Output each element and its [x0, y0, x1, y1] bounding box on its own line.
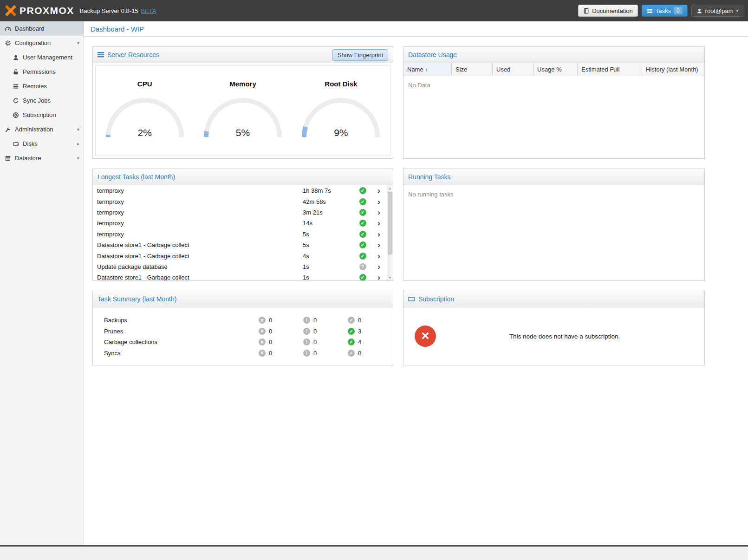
sidebar-item-user-management[interactable]: User Management: [0, 50, 84, 65]
task-row[interactable]: Datastore store1 - Garbage collect 5s ›: [93, 240, 393, 250]
brand: PROXMOX: [5, 5, 74, 16]
chevron-down-icon[interactable]: ▾: [77, 40, 79, 46]
warning-count: 0: [313, 339, 317, 345]
product-version: Backup Server 0.8-15: [80, 7, 138, 14]
running-tasks-header: Running Tasks: [403, 169, 704, 185]
ok-count: 0: [358, 350, 361, 357]
scroll-down-icon[interactable]: ▼: [387, 274, 393, 280]
column-header-history[interactable]: History (last Month): [642, 63, 704, 76]
support-icon: [13, 112, 19, 118]
server-resources-header: Server Resources Show Fingerprint: [93, 47, 393, 63]
main-content: Dashboard - WIP Server Resources Show Fi…: [84, 21, 748, 545]
error-count: 0: [269, 317, 272, 324]
task-row[interactable]: termproxy 42m 58s ›: [93, 196, 393, 207]
ok-count: 4: [358, 339, 361, 345]
warning-count: 0: [313, 328, 317, 335]
longest-tasks-header: Longest Tasks (last Month): [93, 169, 393, 185]
column-header-estimated-full[interactable]: Estimated Full: [578, 63, 642, 76]
beta-link[interactable]: BETA: [141, 7, 156, 14]
column-header-usage-pct[interactable]: Usage %: [533, 63, 578, 76]
table-icon: [98, 52, 104, 58]
scrollbar-thumb[interactable]: [388, 192, 392, 254]
subscription-message: This node does not have a subscription.: [436, 333, 693, 340]
task-status-icon: [359, 263, 366, 270]
task-status-icon: [359, 220, 366, 227]
warning-icon: [303, 350, 310, 357]
sidebar-item-administration[interactable]: Administration ▾: [0, 122, 84, 137]
book-icon: [583, 8, 589, 14]
summary-label: Prunes: [104, 328, 259, 335]
user-menu-button[interactable]: root@pam ▾: [691, 5, 743, 17]
sidebar: Dashboard Configuration ▾ User Managemen…: [0, 21, 84, 545]
summary-row: Prunes 0 0 3: [104, 326, 393, 337]
ok-count: 3: [358, 328, 361, 335]
documentation-button[interactable]: Documentation: [578, 5, 637, 17]
chevron-right-icon[interactable]: ›: [371, 241, 386, 249]
chevron-right-icon[interactable]: ›: [371, 263, 386, 271]
chevron-right-icon[interactable]: ›: [371, 208, 386, 216]
task-status-icon: [359, 198, 366, 205]
task-row[interactable]: Datastore store1 - Garbage collect 1s ›: [93, 272, 393, 280]
column-header-size[interactable]: Size: [452, 63, 493, 76]
vertical-scrollbar[interactable]: ▲ ▼: [387, 185, 393, 280]
task-name: termproxy: [93, 231, 303, 238]
warning-icon: [303, 317, 310, 324]
task-status-icon: [359, 274, 366, 280]
sidebar-item-sync-jobs[interactable]: Sync Jobs: [0, 93, 84, 108]
tasks-label: Tasks: [656, 7, 671, 14]
sidebar-item-permissions[interactable]: Permissions: [0, 65, 84, 79]
sidebar-item-disks[interactable]: Disks ▸: [0, 137, 84, 151]
tasks-count-badge: 0: [674, 7, 683, 14]
task-row[interactable]: termproxy 3m 21s ›: [93, 207, 393, 218]
chevron-right-icon[interactable]: ›: [371, 187, 386, 195]
task-duration: 5s: [303, 231, 354, 238]
task-row[interactable]: termproxy 1h 38m 7s ›: [93, 185, 393, 196]
brand-name: PROXMOX: [20, 5, 74, 16]
user-menu-label: root@pam: [705, 7, 734, 14]
sidebar-item-label: Datastore: [15, 155, 41, 162]
chevron-down-icon[interactable]: ▾: [77, 156, 79, 161]
chevron-right-icon[interactable]: ›: [371, 273, 386, 280]
chevron-right-icon[interactable]: ›: [371, 252, 386, 260]
chevron-right-icon[interactable]: ▸: [77, 141, 79, 146]
sidebar-item-remotes[interactable]: Remotes: [0, 79, 84, 93]
panel-title: Longest Tasks (last Month): [98, 173, 175, 181]
chevron-right-icon[interactable]: ›: [371, 230, 386, 238]
sidebar-item-dashboard[interactable]: Dashboard: [0, 21, 84, 36]
ok-icon: [348, 350, 355, 357]
chevron-right-icon[interactable]: ›: [371, 219, 386, 227]
summary-label: Syncs: [104, 350, 259, 357]
task-row[interactable]: termproxy 5s ›: [93, 229, 393, 240]
summary-row: Syncs 0 0 0: [104, 348, 393, 359]
ok-icon: [348, 328, 355, 335]
subscription-header: Subscription: [403, 291, 704, 307]
gauge-value: 9%: [298, 127, 384, 138]
task-row[interactable]: Update package database 1s ›: [93, 261, 393, 272]
task-summary-panel: Task Summary (last Month) Backups 0 0 0: [92, 291, 393, 365]
column-header-used[interactable]: Used: [493, 63, 533, 76]
ok-icon: [348, 317, 355, 324]
summary-row: Garbage collections 0 0 4: [104, 337, 393, 348]
sidebar-item-subscription[interactable]: Subscription: [0, 108, 84, 122]
task-duration: 5s: [303, 241, 354, 248]
task-duration: 14s: [303, 220, 354, 227]
gauge-label: Root Disk: [325, 80, 357, 88]
sidebar-item-label: Sync Jobs: [23, 97, 51, 104]
show-fingerprint-button[interactable]: Show Fingerprint: [332, 49, 388, 61]
tasks-button[interactable]: Tasks 0: [642, 5, 688, 17]
chevron-down-icon[interactable]: ▾: [77, 127, 79, 132]
user-icon: [696, 8, 702, 14]
chevron-right-icon[interactable]: ›: [371, 198, 386, 206]
sidebar-item-configuration[interactable]: Configuration ▾: [0, 36, 84, 50]
datastore-usage-header: Datastore Usage: [403, 47, 704, 63]
error-icon: [259, 328, 266, 335]
database-icon: [5, 155, 11, 162]
summary-label: Backups: [104, 317, 259, 324]
task-row[interactable]: Datastore store1 - Garbage collect 4s ›: [93, 250, 393, 261]
sidebar-item-datastore[interactable]: Datastore ▾: [0, 151, 84, 165]
task-row[interactable]: termproxy 14s ›: [93, 218, 393, 228]
column-header-name[interactable]: Name ↑: [403, 63, 452, 76]
scroll-up-icon[interactable]: ▲: [387, 185, 393, 191]
unlock-icon: [13, 69, 19, 75]
task-status-icon: [359, 231, 366, 238]
